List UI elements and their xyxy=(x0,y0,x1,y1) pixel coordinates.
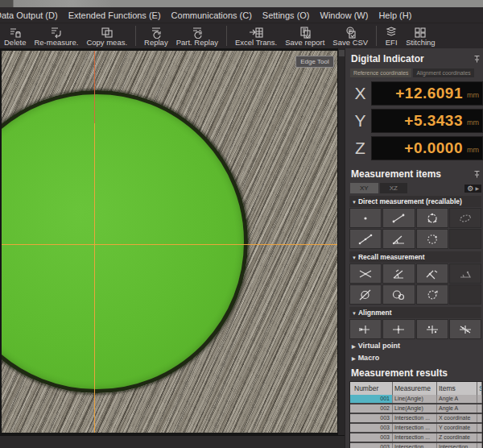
copy-measurement-button[interactable]: Copy meas. xyxy=(82,23,131,48)
menu-communications[interactable]: Communications (C) xyxy=(171,10,252,20)
pin-icon[interactable] xyxy=(473,167,481,181)
delete-button[interactable]: Delete xyxy=(0,23,30,48)
tool-diameter-circle-button[interactable] xyxy=(349,284,382,305)
tool-line-button[interactable] xyxy=(382,208,415,228)
cell-extra xyxy=(477,424,482,432)
menu-window[interactable]: Window (W) xyxy=(320,10,369,20)
coordinate-rotate-icon xyxy=(423,324,441,335)
cell-number: 003 xyxy=(350,424,393,432)
column-items[interactable]: Items xyxy=(437,382,477,395)
table-row[interactable]: 003 Intersection ... Y coordinate xyxy=(350,424,482,433)
replay-button[interactable]: Replay xyxy=(140,23,172,48)
column-number[interactable]: Number xyxy=(350,382,393,395)
table-row[interactable]: 003 Intersection ... X coordinate xyxy=(350,414,482,424)
copy-measurement-label: Copy meas. xyxy=(86,39,127,47)
toolbar-separator xyxy=(135,26,136,46)
section-virtual-point[interactable]: ▶Virtual point xyxy=(349,339,483,351)
results-header-row: Number Measureme Items S xyxy=(350,382,482,395)
origin-set-icon xyxy=(357,324,374,335)
pin-icon[interactable] xyxy=(473,52,481,66)
tool-coordinate-rotate-button[interactable] xyxy=(416,319,448,339)
scroll-up-button[interactable] xyxy=(339,50,345,56)
tool-dashed-circle-button[interactable] xyxy=(416,229,448,249)
cell-measurement: Intersection ... xyxy=(393,443,437,448)
measurement-results-title: Measurement results xyxy=(349,367,483,380)
edge-tool-button[interactable]: Edge Tool xyxy=(295,56,334,68)
stitching-button[interactable]: Stitching xyxy=(402,23,439,48)
table-row[interactable]: 003 Intersection ... Z coordinate xyxy=(350,433,482,443)
partial-replay-button[interactable]: Part. Replay xyxy=(172,23,222,48)
tool-point-button[interactable] xyxy=(349,208,382,228)
partial-replay-label: Part. Replay xyxy=(176,39,218,47)
menu-extended-functions[interactable]: Extended Functions (E) xyxy=(68,10,161,20)
viewport-bottom-strip xyxy=(0,435,345,448)
expand-triangle-icon: ▶ xyxy=(352,356,356,361)
re-measure-button[interactable]: Re-measure. xyxy=(30,23,82,48)
z-value: +0.0000 xyxy=(404,139,463,157)
tool-circle-button[interactable] xyxy=(416,208,448,228)
cell-measurement: Intersection ... xyxy=(393,414,437,422)
camera-viewport[interactable]: Edge Tool xyxy=(0,48,337,435)
table-row[interactable]: 003 Intersection ... Intersection ... xyxy=(350,443,482,448)
menu-data-output[interactable]: Data Output (D) xyxy=(0,10,58,20)
y-value: +5.3433 xyxy=(404,112,463,130)
section-recall-measurement[interactable]: ▼Recall measurement xyxy=(349,251,481,263)
tab-alignment-coordinates[interactable]: Alignment coordinates xyxy=(413,68,473,77)
table-row[interactable]: 001 Line(Angle) Angle A xyxy=(350,395,482,404)
section-direct-measurement[interactable]: ▼Direct measurement (recallable) xyxy=(349,196,481,207)
save-report-button[interactable]: Save report xyxy=(281,23,328,48)
expand-arrow-icon[interactable]: ▶ xyxy=(475,185,479,191)
save-csv-button[interactable]: Save CSV xyxy=(328,23,372,48)
tool-multipoint-line-button[interactable] xyxy=(349,229,382,249)
section-macro[interactable]: ▶Macro xyxy=(349,351,483,363)
measured-circle-feature xyxy=(0,90,248,393)
tool-plane-angle-button[interactable] xyxy=(449,263,481,284)
tab-xy[interactable]: XY xyxy=(350,183,378,193)
section-macro-label: Macro xyxy=(358,354,380,362)
measurement-results-table: Number Measureme Items S 001 Line(Angle)… xyxy=(349,381,483,448)
table-row[interactable]: 002 Line(Angle) Angle A xyxy=(350,404,482,414)
z-unit: mm xyxy=(467,146,479,154)
stitching-label: Stitching xyxy=(406,39,435,47)
right-panel: Digital Indicator Reference coordinates … xyxy=(345,48,483,448)
section-virtual-point-label: Virtual point xyxy=(358,342,400,350)
save-report-icon xyxy=(299,26,312,39)
tool-perpendicular-point-button[interactable] xyxy=(416,263,448,284)
section-alignment[interactable]: ▼Alignment xyxy=(349,307,481,318)
tool-rotation-circle-button[interactable] xyxy=(416,284,448,305)
tool-ellipse-button[interactable] xyxy=(449,208,481,228)
tool-intersection-point-button[interactable] xyxy=(349,263,382,284)
menu-settings[interactable]: Settings (O) xyxy=(262,10,310,20)
partial-replay-icon xyxy=(191,26,204,39)
cell-number: 003 xyxy=(350,443,393,448)
tab-xz[interactable]: XZ xyxy=(380,183,407,193)
cell-extra xyxy=(477,395,482,403)
delete-icon xyxy=(9,26,22,39)
y-value-display: +5.3433 mm xyxy=(371,109,483,133)
alignment-tools xyxy=(349,319,481,339)
perpendicular-point-icon xyxy=(423,268,441,280)
circle-icon xyxy=(423,213,441,224)
excel-transfer-button[interactable]: Excel Trans. xyxy=(231,23,281,48)
toolbar: Delete Re-measure. Copy meas. Replay Pa xyxy=(0,23,483,48)
recall-measurement-tools xyxy=(349,263,481,305)
tab-reference-coordinates[interactable]: Reference coordinates xyxy=(350,68,411,77)
tool-angle-button[interactable] xyxy=(382,229,415,249)
tool-angle-between-lines-button[interactable] xyxy=(382,263,415,284)
menu-help[interactable]: Help (H) xyxy=(378,10,411,20)
column-measurement[interactable]: Measureme xyxy=(393,382,437,395)
column-s[interactable]: S xyxy=(477,382,482,395)
crosshair-horizontal-line xyxy=(2,244,337,245)
axis-set-icon xyxy=(390,324,407,335)
efi-label: EFI xyxy=(386,39,398,47)
collapse-triangle-icon: ▼ xyxy=(352,255,357,260)
tool-three-point-alignment-button[interactable] xyxy=(449,319,481,339)
efi-button[interactable]: EFI xyxy=(381,23,402,48)
cell-measurement: Intersection ... xyxy=(393,433,437,442)
tool-origin-set-button[interactable] xyxy=(349,319,382,339)
tool-tangent-circles-button[interactable] xyxy=(382,284,415,305)
tool-axis-set-button[interactable] xyxy=(382,319,415,339)
cell-measurement: Line(Angle) xyxy=(393,395,437,403)
y-axis-readout: Y +5.3433 mm xyxy=(349,109,483,133)
gear-icon[interactable]: ⚙ xyxy=(467,185,473,193)
